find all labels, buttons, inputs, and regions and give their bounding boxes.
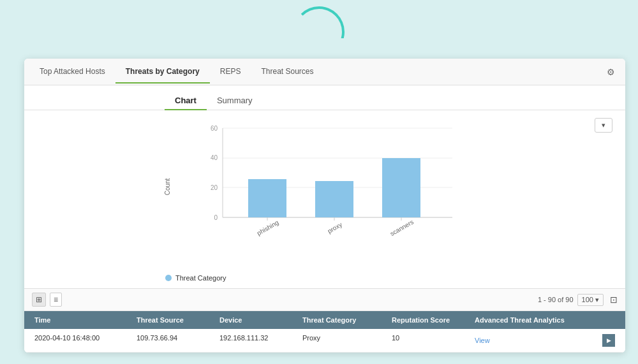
svg-text:60: 60 — [211, 125, 218, 132]
pagination: 1 - 90 of 90 100 ▾ ⊡ — [538, 294, 618, 306]
chart-section: ▾ Count — [24, 110, 625, 288]
bottom-section: ⊞ ≡ 1 - 90 of 90 100 ▾ ⊡ Time Threat Sou… — [24, 288, 625, 353]
col-header-threat-source: Threat Source — [134, 315, 217, 325]
cell-device: 192.168.111.32 — [217, 333, 300, 348]
page-size-arrow: ▾ — [595, 296, 599, 303]
y-axis-title: Count — [164, 178, 171, 195]
spinner-arc — [293, 6, 345, 38]
tab-top-attacked-hosts[interactable]: Top Attacked Hosts — [29, 61, 115, 84]
chart-dropdown-button[interactable]: ▾ — [595, 118, 612, 133]
page-size-value: 100 — [582, 296, 593, 303]
chart-wrapper: Count 60 40 20 — [165, 122, 484, 282]
col-header-device: Device — [217, 315, 300, 325]
svg-text:phishing: phishing — [256, 219, 280, 237]
row-action-button[interactable]: ▶ — [602, 334, 615, 347]
gear-icon[interactable]: ⚙ — [602, 62, 620, 82]
bar-phishing — [248, 179, 286, 217]
col-header-advanced-threat: Advanced Threat Analytics — [472, 315, 618, 325]
export-icon[interactable]: ⊡ — [610, 295, 618, 305]
cell-threat-category: Proxy — [300, 333, 389, 348]
tab-threat-sources[interactable]: Threat Sources — [251, 61, 323, 84]
legend-dot — [165, 275, 172, 281]
legend-label: Threat Category — [175, 274, 226, 282]
sub-tab-summary[interactable]: Summary — [207, 92, 263, 110]
pagination-text: 1 - 90 of 90 — [538, 296, 574, 303]
cell-reputation-score: 10 — [389, 333, 472, 348]
svg-text:40: 40 — [211, 154, 218, 161]
cell-time: 2020-04-10 16:48:00 — [32, 333, 134, 348]
content-area: Chart Summary ▾ Count — [24, 85, 625, 353]
chart-legend: Threat Category — [165, 274, 484, 282]
svg-text:0: 0 — [214, 214, 218, 221]
table-header: Time Threat Source Device Threat Categor… — [24, 311, 625, 329]
svg-text:proxy: proxy — [326, 221, 343, 235]
col-header-threat-category: Threat Category — [300, 315, 389, 325]
tab-bar: Top Attacked Hosts Threats by Category R… — [24, 59, 625, 85]
cell-threat-source: 109.73.66.94 — [134, 333, 217, 348]
view-icons: ⊞ ≡ — [32, 293, 62, 307]
tab-threats-by-category[interactable]: Threats by Category — [115, 61, 210, 84]
toolbar-row: ⊞ ≡ 1 - 90 of 90 100 ▾ ⊡ — [24, 289, 625, 311]
bar-chart-svg: 60 40 20 0 phishing proxy scanners — [197, 122, 465, 249]
tab-reps[interactable]: REPS — [210, 61, 251, 84]
svg-text:scanners: scanners — [389, 218, 415, 237]
cell-advanced-threat: View ▶ — [472, 333, 618, 348]
loading-spinner — [293, 6, 345, 38]
grid-view-button[interactable]: ⊞ — [32, 293, 46, 307]
main-card: Top Attacked Hosts Threats by Category R… — [24, 59, 625, 353]
bar-scanners — [382, 158, 420, 217]
sub-tab-chart[interactable]: Chart — [165, 92, 207, 110]
sub-tab-bar: Chart Summary — [24, 85, 625, 110]
bar-proxy — [315, 181, 353, 217]
col-header-reputation-score: Reputation Score — [389, 315, 472, 325]
list-view-button[interactable]: ≡ — [50, 293, 62, 307]
table-row: 2020-04-10 16:48:00 109.73.66.94 192.168… — [24, 329, 625, 353]
view-link[interactable]: View — [475, 337, 490, 344]
col-header-time: Time — [32, 315, 134, 325]
svg-text:20: 20 — [211, 184, 218, 191]
page-size-display[interactable]: 100 ▾ — [577, 294, 604, 306]
